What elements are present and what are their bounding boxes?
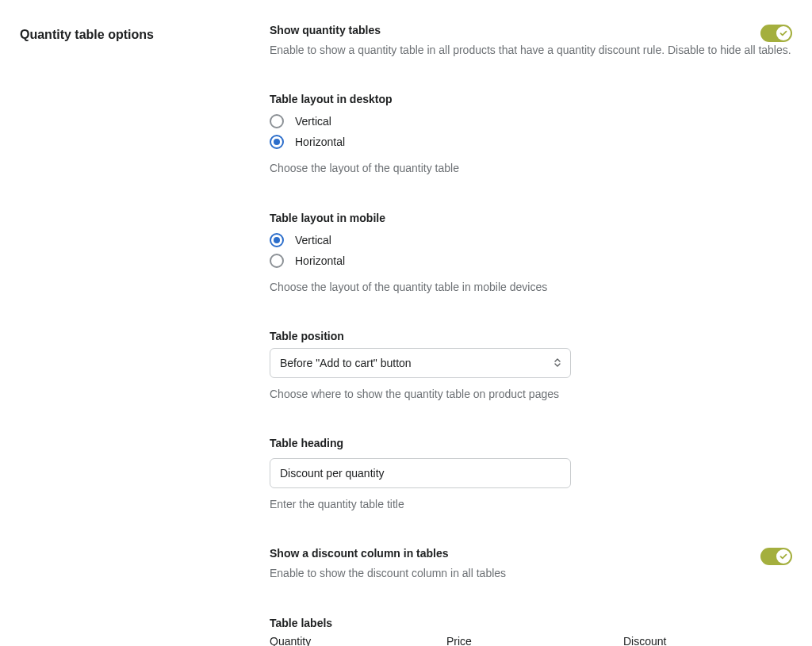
position-title: Table position	[270, 330, 792, 342]
heading-input[interactable]	[270, 458, 571, 488]
heading-desc: Enter the quantity table title	[270, 496, 792, 512]
radio-icon	[270, 114, 284, 128]
radio-label: Horizontal	[295, 254, 345, 267]
radio-icon	[270, 254, 284, 268]
layout-desktop-title: Table layout in desktop	[270, 93, 792, 105]
radio-mobile-horizontal[interactable]: Horizontal	[270, 250, 345, 271]
position-select[interactable]: Before "Add to cart" button	[270, 348, 571, 378]
discount-sublabel: Discount	[623, 635, 792, 646]
radio-label: Vertical	[295, 115, 331, 128]
label-col-price: Price	[446, 635, 615, 646]
discount-col-title: Show a discount column in tables	[270, 547, 449, 560]
section-discount-col: Show a discount column in tables Enable …	[270, 547, 792, 581]
check-icon	[779, 552, 787, 560]
show-tables-title: Show quantity tables	[270, 24, 381, 36]
radio-icon	[270, 135, 284, 149]
radio-desktop-vertical[interactable]: Vertical	[270, 111, 331, 132]
layout-mobile-desc: Choose the layout of the quantity table …	[270, 279, 792, 295]
heading-title: Table heading	[270, 437, 792, 449]
show-tables-desc: Enable to show a quantity table in all p…	[270, 42, 792, 58]
label-col-quantity: Quantity	[270, 635, 439, 646]
section-labels: Table labels Quantity Price Discount Ent…	[270, 617, 792, 646]
radio-desktop-horizontal[interactable]: Horizontal	[270, 132, 345, 152]
radio-label: Horizontal	[295, 136, 345, 148]
discount-col-toggle[interactable]	[760, 548, 792, 565]
select-arrows-icon	[554, 358, 561, 367]
position-desc: Choose where to show the quantity table …	[270, 386, 792, 402]
discount-col-desc: Enable to show the discount column in al…	[270, 565, 792, 581]
quantity-sublabel: Quantity	[270, 635, 439, 646]
section-position: Table position Before "Add to cart" butt…	[270, 330, 792, 402]
show-tables-toggle[interactable]	[760, 25, 792, 42]
label-col-discount: Discount	[623, 635, 792, 646]
layout-mobile-title: Table layout in mobile	[270, 212, 792, 224]
section-layout-mobile: Table layout in mobile Vertical Horizont…	[270, 212, 792, 295]
check-icon	[779, 29, 787, 37]
radio-label: Vertical	[295, 234, 331, 247]
section-show-tables: Show quantity tables Enable to show a qu…	[270, 24, 792, 58]
radio-mobile-vertical[interactable]: Vertical	[270, 230, 331, 250]
layout-desktop-desc: Choose the layout of the quantity table	[270, 160, 792, 176]
section-layout-desktop: Table layout in desktop Vertical Horizon…	[270, 93, 792, 176]
labels-title: Table labels	[270, 617, 792, 629]
section-heading: Table heading Enter the quantity table t…	[270, 437, 792, 512]
position-value: Before "Add to cart" button	[280, 357, 412, 369]
page-title: Quantity table options	[20, 28, 270, 42]
radio-icon	[270, 233, 284, 247]
price-sublabel: Price	[446, 635, 615, 646]
